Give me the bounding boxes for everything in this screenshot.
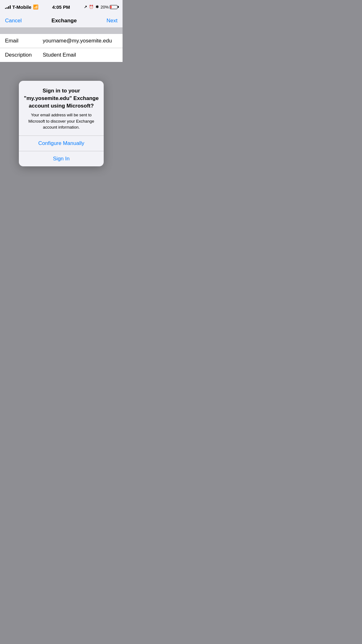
dialog-title: Sign in to your "my.yosemite.edu" Exchan… [24, 87, 99, 109]
battery-fill [110, 6, 112, 8]
description-value: Student Email [43, 52, 76, 58]
status-time: 4:05 PM [52, 4, 70, 10]
email-value: yourname@my.yosemite.edu [43, 38, 112, 44]
dialog-content: Sign in to your "my.yosemite.edu" Exchan… [19, 81, 104, 136]
battery-icon [110, 5, 118, 9]
page-title: Exchange [52, 18, 77, 24]
wifi-icon: 📶 [33, 4, 38, 9]
description-label: Description [5, 52, 43, 58]
cancel-button[interactable]: Cancel [5, 18, 22, 24]
form-section: Email yourname@my.yosemite.edu Descripti… [0, 34, 123, 62]
carrier-label: T-Mobile [12, 4, 31, 10]
status-bar: T-Mobile 📶 4:05 PM ↗ ⏰ ✱ 20% [0, 0, 123, 14]
battery-percent: 20% [101, 5, 109, 9]
signal-bars-icon [5, 5, 11, 9]
sign-in-button[interactable]: Sign In [19, 151, 104, 166]
background-overlay: Sign in to your "my.yosemite.edu" Exchan… [0, 62, 123, 251]
section-separator [0, 28, 123, 34]
alarm-icon: ⏰ [89, 5, 94, 9]
email-label: Email [5, 38, 43, 44]
nav-bar: Cancel Exchange Next [0, 14, 123, 28]
email-row: Email yourname@my.yosemite.edu [0, 34, 123, 48]
alert-dialog: Sign in to your "my.yosemite.edu" Exchan… [19, 81, 104, 166]
battery-container: 20% [101, 5, 118, 9]
next-button[interactable]: Next [107, 18, 118, 24]
bluetooth-icon: ✱ [96, 5, 99, 9]
status-left: T-Mobile 📶 [5, 4, 38, 10]
location-icon: ↗ [84, 5, 87, 9]
configure-manually-button[interactable]: Configure Manually [19, 136, 104, 151]
dialog-overlay: Sign in to your "my.yosemite.edu" Exchan… [0, 62, 123, 251]
description-row: Description Student Email [0, 48, 123, 62]
status-right: ↗ ⏰ ✱ 20% [84, 5, 118, 9]
dialog-message: Your email address will be sent to Micro… [24, 112, 99, 130]
